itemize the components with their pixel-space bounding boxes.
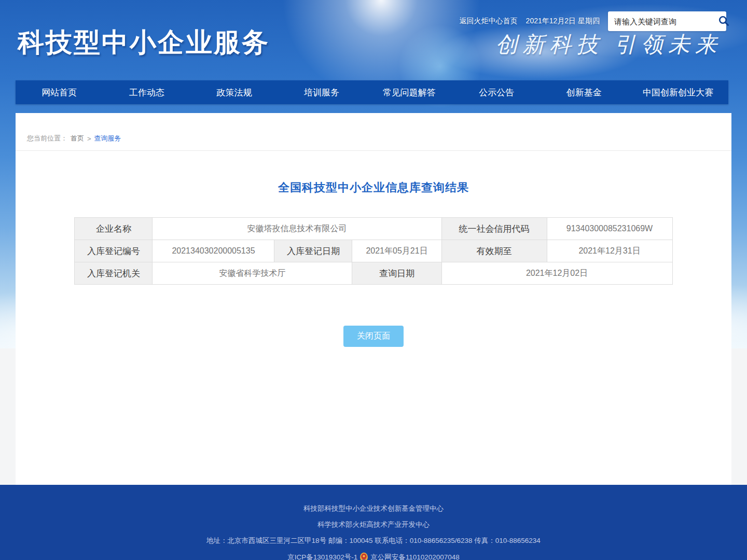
breadcrumb-prefix: 您当前位置： (27, 134, 67, 143)
site-logo-title: 科技型中小企业服务 (18, 25, 270, 61)
current-date-text: 2021年12月2日 星期四 (526, 17, 600, 26)
nav-item-policies[interactable]: 政策法规 (190, 80, 278, 104)
nav-item-innovation-competition[interactable]: 中国创新创业大赛 (628, 80, 728, 104)
return-torch-center-link[interactable]: 返回火炬中心首页 (460, 17, 518, 26)
label-query-date: 查询日期 (352, 262, 441, 285)
nav-item-announcements[interactable]: 公示公告 (453, 80, 541, 104)
label-credit-code: 统一社会信用代码 (441, 218, 547, 240)
search-button[interactable] (717, 15, 730, 28)
footer-org-line2: 科学技术部火炬高技术产业开发中心 (0, 520, 747, 529)
search-input[interactable] (614, 17, 717, 26)
breadcrumb-home-link[interactable]: 首页 (71, 134, 84, 143)
label-registration-authority: 入库登记机关 (75, 262, 153, 285)
button-row: 关闭页面 (16, 326, 731, 347)
table-row: 入库登记编号 202134030200005135 入库登记日期 2021年05… (75, 240, 672, 262)
page: 返回火炬中心首页 2021年12月2日 星期四 科技型中小企业服务 创新科技 引… (0, 0, 747, 560)
value-registration-number: 202134030200005135 (153, 240, 274, 262)
page-footer: 科技部科技型中小企业技术创新基金管理中心 科学技术部火炬高技术产业开发中心 地址… (0, 485, 747, 560)
footer-icp-line: 京ICP备13019302号-1 京公网安备11010202007048 (0, 552, 747, 560)
police-badge-icon (359, 552, 368, 560)
nav-item-home[interactable]: 网站首页 (16, 80, 103, 104)
value-credit-code: 91340300085231069W (547, 218, 672, 240)
content-panel: 您当前位置： 首页 > 查询服务 全国科技型中小企业信息库查询结果 企业名称 安… (16, 113, 731, 485)
search-box (608, 11, 726, 31)
value-registration-authority: 安徽省科学技术厅 (153, 262, 352, 285)
query-result-table: 企业名称 安徽塔孜信息技术有限公司 统一社会信用代码 9134030008523… (74, 217, 672, 285)
nav-item-faq[interactable]: 常见问题解答 (365, 80, 453, 104)
close-page-button[interactable]: 关闭页面 (343, 326, 404, 347)
footer-org-line1: 科技部科技型中小企业技术创新基金管理中心 (0, 504, 747, 513)
icp-record-link[interactable]: 京ICP备13019302号-1 (287, 553, 357, 560)
value-valid-until: 2021年12月31日 (547, 240, 672, 262)
table-row: 企业名称 安徽塔孜信息技术有限公司 统一社会信用代码 9134030008523… (75, 218, 672, 240)
value-company-name: 安徽塔孜信息技术有限公司 (153, 218, 441, 240)
label-valid-until: 有效期至 (441, 240, 547, 262)
search-icon (717, 15, 730, 29)
nav-item-innovation-fund[interactable]: 创新基金 (541, 80, 628, 104)
police-record-link[interactable]: 京公网安备11010202007048 (370, 553, 460, 560)
nav-item-work-news[interactable]: 工作动态 (103, 80, 191, 104)
value-query-date: 2021年12月02日 (441, 262, 672, 285)
label-registration-date: 入库登记日期 (274, 240, 352, 262)
table-row: 入库登记机关 安徽省科学技术厅 查询日期 2021年12月02日 (75, 262, 672, 285)
breadcrumb: 您当前位置： 首页 > 查询服务 (16, 113, 731, 151)
footer-address-line: 地址：北京市西城区三里河二区甲18号 邮编：100045 联系电话：010-88… (0, 536, 747, 545)
value-registration-date: 2021年05月21日 (352, 240, 441, 262)
label-company-name: 企业名称 (75, 218, 153, 240)
top-bar: 返回火炬中心首页 2021年12月2日 星期四 (460, 11, 726, 31)
breadcrumb-current-link[interactable]: 查询服务 (94, 134, 121, 143)
page-title: 全国科技型中小企业信息库查询结果 (16, 180, 731, 195)
nav-item-training[interactable]: 培训服务 (278, 80, 366, 104)
breadcrumb-separator: > (87, 135, 91, 143)
label-registration-number: 入库登记编号 (75, 240, 153, 262)
banner-slogan: 创新科技 引领未来 (496, 30, 723, 59)
main-navigation: 网站首页 工作动态 政策法规 培训服务 常见问题解答 公示公告 创新基金 中国创… (16, 80, 728, 104)
